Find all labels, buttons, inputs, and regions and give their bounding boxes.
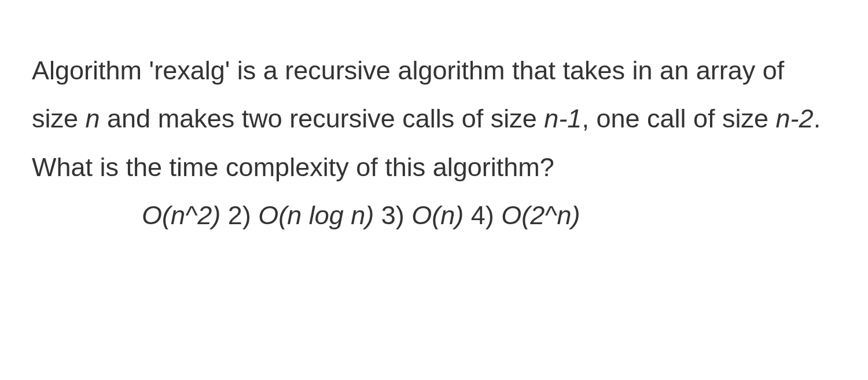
option-3: O(n) <box>411 200 464 230</box>
variable-n: n <box>86 104 100 133</box>
option-1: O(n^2) <box>142 200 220 230</box>
variable-n-minus-2: n-2 <box>776 104 814 133</box>
variable-n-minus-1: n-1 <box>544 104 582 133</box>
question-part3: , one call of size <box>582 104 775 133</box>
option-number-2: 2) <box>220 200 258 230</box>
option-number-3: 3) <box>374 200 411 230</box>
option-number-4: 4) <box>464 200 501 230</box>
option-2: O(n log n) <box>258 200 374 230</box>
question-part2: and makes two recursive calls of size <box>100 104 545 133</box>
answer-options: O(n^2) 2) O(n log n) 3) O(n) 4) O(2^n) <box>32 191 836 239</box>
question-text: Algorithm 'rexalg' is a recursive algori… <box>32 46 836 191</box>
option-4: O(2^n) <box>501 200 580 230</box>
